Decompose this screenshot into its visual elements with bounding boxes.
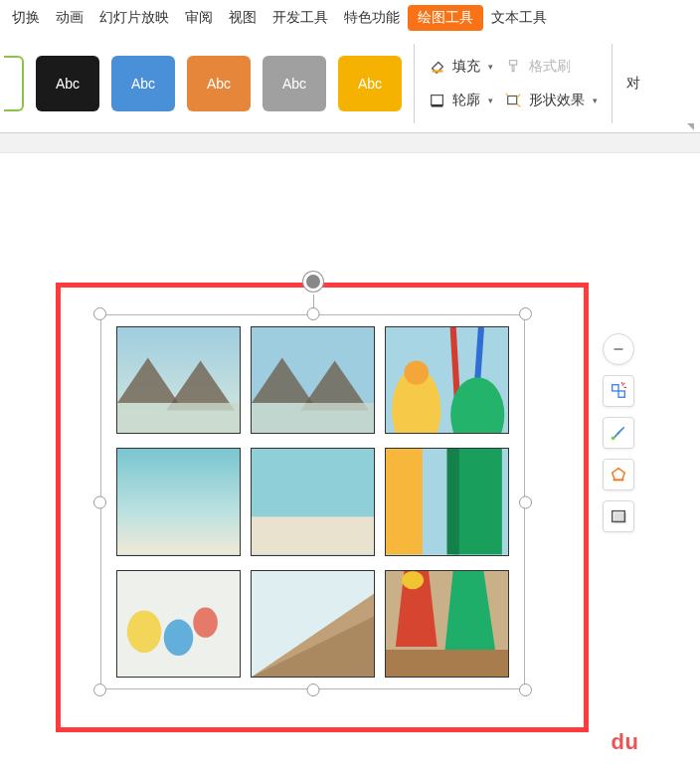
shape-style-outline-green[interactable]	[4, 56, 24, 111]
chevron-down-icon: ▾	[488, 96, 493, 105]
shape-style-gallery: Abc Abc Abc Abc Abc	[4, 56, 402, 111]
svg-rect-9	[252, 403, 374, 433]
image-grid	[116, 326, 509, 678]
watermark-main: Baidu 经验	[576, 727, 690, 757]
shape-effects-button[interactable]: 形状效果 ▾	[503, 88, 600, 113]
align-label: 对	[626, 75, 640, 93]
ribbon-divider	[612, 44, 612, 123]
svg-rect-20	[447, 449, 459, 554]
rectangle-icon	[610, 507, 627, 525]
menu-view[interactable]: 视图	[221, 5, 264, 31]
slide-page[interactable]: Baidu 经验 jingyan.baidu.com	[0, 153, 700, 783]
menu-switch[interactable]: 切换	[4, 5, 48, 31]
format-painter-icon	[505, 58, 523, 76]
svg-marker-35	[612, 469, 625, 481]
link-break-icon	[610, 382, 627, 400]
grid-cell[interactable]	[116, 448, 241, 555]
resize-handle-tr[interactable]	[519, 307, 532, 320]
menu-bar: 切换 动画 幻灯片放映 审阅 视图 开发工具 特色功能 绘图工具 文本工具	[0, 0, 700, 34]
watermark: Baidu 经验 jingyan.baidu.com	[576, 727, 690, 769]
shape-style-black[interactable]: Abc	[36, 56, 99, 111]
align-button[interactable]: 对	[624, 71, 642, 97]
grid-cell[interactable]	[116, 570, 241, 678]
grid-cell[interactable]	[385, 448, 509, 555]
format-painter-label: 格式刷	[529, 58, 571, 76]
shape-style-gold[interactable]: Abc	[338, 56, 402, 111]
resize-handle-r[interactable]	[519, 495, 532, 508]
outline-icon	[429, 92, 446, 109]
rotate-handle[interactable]	[303, 272, 323, 292]
svg-rect-19	[453, 449, 502, 554]
grid-cell[interactable]	[251, 326, 375, 434]
shape-effects-label: 形状效果	[529, 92, 585, 109]
format-painter-button[interactable]: 格式刷	[503, 54, 600, 80]
shape-style-orange[interactable]: Abc	[187, 56, 251, 111]
menu-slideshow[interactable]: 幻灯片放映	[91, 5, 177, 31]
grid-cell[interactable]	[385, 326, 509, 434]
svg-rect-30	[386, 650, 508, 677]
shape-style-gray[interactable]: Abc	[262, 56, 326, 111]
ribbon: Abc Abc Abc Abc Abc 填充 ▾ 轮廓 ▾ 格式刷	[0, 34, 700, 133]
chevron-down-icon: ▾	[593, 96, 598, 105]
menu-drawing-tools[interactable]: 绘图工具	[408, 5, 483, 31]
svg-rect-16	[252, 517, 374, 555]
shape-effects-icon	[505, 92, 523, 109]
grid-cell[interactable]	[251, 570, 375, 678]
svg-point-24	[193, 607, 218, 637]
grid-cell[interactable]	[385, 570, 509, 678]
svg-rect-18	[386, 449, 423, 554]
resize-handle-b[interactable]	[306, 684, 319, 696]
rect-button[interactable]	[603, 500, 634, 532]
outline-label: 轮廓	[452, 92, 480, 109]
fill-button[interactable]: 填充 ▾	[427, 54, 495, 80]
svg-point-29	[402, 571, 424, 589]
ribbon-divider	[414, 44, 415, 123]
svg-rect-14	[117, 449, 240, 554]
svg-rect-33	[618, 391, 624, 397]
brush-button[interactable]	[603, 417, 634, 449]
resize-handle-l[interactable]	[93, 495, 106, 508]
svg-point-22	[127, 610, 161, 653]
collapse-button[interactable]	[603, 333, 634, 365]
svg-point-23	[164, 619, 194, 655]
menu-animation[interactable]: 动画	[48, 5, 91, 31]
svg-rect-32	[612, 385, 618, 391]
svg-rect-38	[614, 512, 627, 523]
shape-fill-button[interactable]	[603, 459, 634, 490]
selected-image-grid[interactable]	[100, 314, 525, 689]
resize-handle-br[interactable]	[519, 684, 532, 696]
svg-rect-5	[117, 403, 240, 433]
svg-point-12	[404, 360, 429, 384]
svg-rect-1	[508, 96, 517, 103]
svg-rect-36	[613, 480, 624, 482]
ribbon-format-group: 格式刷 形状效果 ▾	[503, 54, 600, 113]
shape-style-blue[interactable]: Abc	[111, 56, 175, 111]
link-break-button[interactable]	[603, 375, 634, 407]
menu-text-tools[interactable]: 文本工具	[483, 5, 555, 31]
pentagon-fill-icon	[610, 466, 627, 484]
fill-label: 填充	[452, 58, 480, 76]
resize-handle-t[interactable]	[306, 307, 319, 320]
grid-cell[interactable]	[116, 326, 241, 434]
menu-features[interactable]: 特色功能	[336, 5, 408, 31]
grid-cell[interactable]	[251, 448, 375, 555]
brush-icon	[610, 424, 627, 442]
fill-bucket-icon	[429, 58, 446, 76]
watermark-sub: jingyan.baidu.com	[576, 757, 690, 769]
menu-devtools[interactable]: 开发工具	[264, 5, 336, 31]
chevron-down-icon: ▾	[488, 62, 493, 72]
outline-button[interactable]: 轮廓 ▾	[427, 88, 495, 113]
resize-handle-tl[interactable]	[93, 307, 106, 320]
svg-rect-0	[432, 95, 443, 104]
minus-icon	[610, 340, 627, 358]
floating-toolbar	[603, 333, 634, 532]
menu-review[interactable]: 审阅	[177, 5, 221, 31]
canvas-area: Baidu 经验 jingyan.baidu.com	[0, 133, 700, 783]
ribbon-fill-outline-group: 填充 ▾ 轮廓 ▾	[427, 54, 495, 113]
svg-point-34	[612, 437, 615, 441]
resize-handle-bl[interactable]	[93, 684, 106, 696]
